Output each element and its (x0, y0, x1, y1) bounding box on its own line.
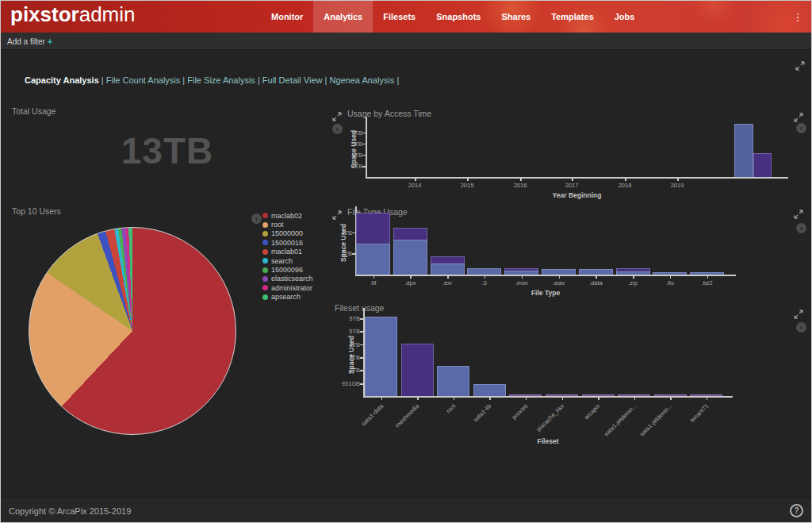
add-filter-button[interactable]: Add a filter+ (7, 37, 52, 46)
bar-flo-series-1[interactable] (653, 272, 687, 275)
y-tick-label: 7TB (331, 129, 362, 137)
legend-item-search[interactable]: search (262, 256, 313, 265)
y-tick-label: 4TB (331, 152, 362, 159)
x-axis-title: File Type (510, 289, 581, 297)
x-tick-label: proxies (465, 402, 529, 466)
bar-tif-series-1[interactable] (356, 244, 390, 275)
top-10-users-pie-chart[interactable] (29, 227, 236, 435)
bar-tif-series-2[interactable] (356, 213, 390, 244)
bar-mov-series-2[interactable] (504, 268, 538, 271)
x-tick-label: .tif (354, 279, 393, 286)
y-tick (360, 318, 363, 320)
x-tick-label: .mov (502, 279, 542, 286)
legend-item-administrator[interactable]: administrator (262, 283, 313, 292)
bar-zip-series-1[interactable] (616, 271, 650, 275)
bar-meshmedia[interactable] (401, 344, 434, 396)
analysis-tab-ngenea-analysis[interactable]: Ngenea Analysis (329, 75, 401, 85)
x-tick (572, 179, 573, 181)
x-tick (522, 276, 523, 279)
bar-0-series-1[interactable] (467, 268, 501, 275)
bar-zip-series-2[interactable] (616, 268, 650, 271)
bar-mov-series-1[interactable] (504, 271, 538, 275)
legend-label: maclab01 (271, 248, 302, 256)
legend-item-maclab02[interactable]: maclab02 (262, 211, 313, 220)
bar-sata1-jetdemo[interactable] (654, 394, 687, 396)
legend-item-apsearch[interactable]: apsearch (262, 293, 313, 302)
legend-item-15000000[interactable]: 15000000 (262, 229, 313, 238)
legend-label: root (271, 221, 284, 229)
y-tick (362, 133, 366, 134)
nav-item-templates[interactable]: Templates (541, 1, 604, 33)
bar-exr-series-2[interactable] (431, 256, 465, 263)
legend-label: maclab02 (271, 212, 302, 220)
x-tick (670, 398, 672, 400)
y-tick (362, 166, 366, 167)
legend-label: apsearch (271, 293, 301, 301)
x-tick (447, 276, 449, 279)
y-tick-label: 2TB (331, 163, 362, 170)
bar-arcapix[interactable] (582, 394, 615, 396)
logo-text-light: admin (79, 2, 136, 26)
analysis-tab-capacity-analysis[interactable]: Capacity Analysis (25, 75, 106, 85)
plus-icon: + (48, 37, 52, 46)
y-tick-label: 5TB (328, 328, 360, 335)
nav-item-snapshots[interactable]: Snapshots (426, 1, 491, 33)
bar-wav-series-1[interactable] (542, 269, 576, 275)
legend-label: elasticsearch (271, 275, 313, 283)
x-tick-label: .flo (650, 279, 690, 286)
legend-item-root[interactable]: root (262, 220, 313, 229)
nav-item-jobs[interactable]: Jobs (604, 1, 645, 33)
bar-dpx-series-1[interactable] (393, 240, 427, 275)
bar-2019-series-1[interactable] (734, 124, 753, 177)
expand-icon[interactable] (795, 60, 805, 69)
app-logo[interactable]: pixstoradmin (10, 2, 136, 27)
bar-sata1-jetdemo[interactable] (618, 394, 650, 396)
file-type-usage-panel: File Type Usage 2TB4TB.tif.dpx.exr.0.mov… (330, 204, 806, 301)
nav-item-analytics[interactable]: Analytics (313, 1, 373, 33)
main-nav: MonitorAnalyticsFilesetsSnapshotsSharesT… (261, 1, 645, 33)
y-tick-label: 5TB (328, 315, 360, 322)
bar-sata1-data[interactable] (365, 317, 397, 396)
bar-tenant71[interactable] (690, 394, 722, 396)
total-usage-value: 13TB (7, 129, 327, 172)
legend-item-elasticsearch[interactable]: elasticsearch (262, 275, 313, 283)
analysis-tab-full-detail-view[interactable]: Full Detail View (262, 75, 330, 85)
y-tick (352, 253, 355, 255)
nav-item-filesets[interactable]: Filesets (373, 1, 426, 33)
x-tick (520, 179, 522, 181)
bar-2019-series-2[interactable] (753, 153, 772, 177)
legend-label: search (271, 257, 293, 265)
x-tick (707, 276, 709, 279)
x-tick-label: sata1-jetdemo... (574, 402, 638, 466)
chevron-right-circle-icon[interactable] (251, 213, 262, 224)
legend-item-15000016[interactable]: 15000016 (262, 238, 313, 247)
y-axis (366, 117, 367, 179)
y-tick (360, 357, 363, 359)
pixstor-admin-app: pixstoradmin MonitorAnalyticsFilesetsSna… (0, 0, 812, 523)
kebab-menu-icon[interactable] (792, 11, 803, 23)
bar-pixcache-hkx[interactable] (546, 394, 578, 396)
x-tick (598, 398, 599, 400)
analysis-tab-file-count-analysis[interactable]: File Count Analysis (106, 75, 188, 85)
nav-item-shares[interactable]: Shares (491, 1, 541, 33)
legend-label: 15000016 (271, 239, 303, 247)
fileset-usage-panel: Fileset usage 931GB2TB3TB4TB5TB5TBsata1-… (330, 302, 806, 447)
nav-item-monitor[interactable]: Monitor (261, 1, 313, 33)
legend-dot (262, 222, 268, 228)
x-tick-label: 2018 (605, 182, 645, 189)
bar-exr-series-1[interactable] (431, 263, 465, 275)
legend-dot (262, 231, 268, 237)
bar-data-series-1[interactable] (579, 269, 613, 275)
bar-dpx-series-2[interactable] (393, 228, 427, 239)
bar-bz2-series-1[interactable] (690, 272, 724, 275)
x-tick (381, 398, 383, 400)
legend-item-maclab01[interactable]: maclab01 (262, 248, 313, 256)
bar-proxies[interactable] (509, 394, 542, 396)
bar-root[interactable] (437, 366, 469, 396)
bar-sata1-lib[interactable] (473, 384, 506, 396)
analysis-tab-file-size-analysis[interactable]: File Size Analysis (187, 75, 262, 85)
x-tick-label: sata1-jetdemo... (611, 402, 674, 466)
help-icon[interactable] (790, 504, 803, 517)
legend-item-15000096[interactable]: 15000096 (262, 265, 313, 274)
x-axis-title: Fileset (512, 437, 584, 445)
